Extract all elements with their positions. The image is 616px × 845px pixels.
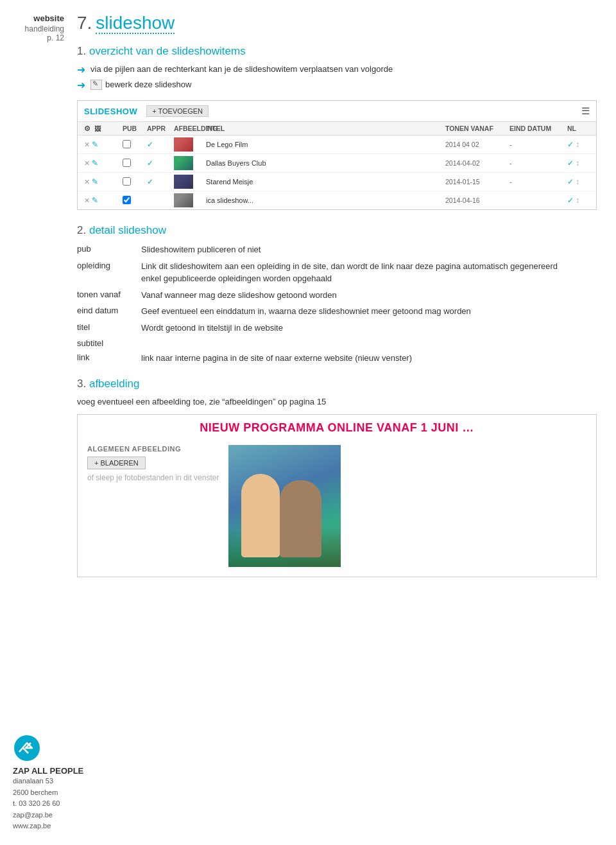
table-row: ✕ ✎ ✓ Starend Meisje 2014-01-15 - ✓ ↕: [78, 173, 596, 191]
arrow-icon-1: ➜: [77, 64, 85, 76]
nl-check-3: ✓: [567, 177, 574, 186]
row-nl-2: ✓ ↕: [567, 159, 590, 168]
detail-label-pub: pub: [77, 243, 141, 254]
appr-check-1: ✓: [147, 140, 153, 149]
upload-image-area: [228, 445, 341, 567]
section2-number: 2.: [77, 224, 86, 236]
person1-shape: [241, 474, 280, 557]
pub-checkbox-3[interactable]: [123, 177, 131, 186]
delete-icon-3[interactable]: ✕: [84, 178, 90, 186]
col-tonen: TONEN VANAF: [445, 125, 509, 132]
move-icon-2[interactable]: ↕: [576, 159, 579, 168]
detail-value-titel: Wordt getoond in titelstijl in de websit…: [141, 322, 597, 335]
nl-check-4: ✓: [567, 196, 574, 205]
edit-icon-1[interactable]: ✎: [92, 140, 98, 149]
afbeelding-note: voeg eventueel een afbeelding toe, zie “…: [77, 397, 597, 406]
add-button[interactable]: + TOEVOEGEN: [146, 105, 209, 117]
col-nl: NL: [567, 125, 590, 132]
move-icon-4[interactable]: ↕: [576, 196, 579, 205]
bladeren-button[interactable]: + BLADEREN: [87, 457, 146, 469]
row-tonen-2: 2014-04-02: [445, 159, 509, 167]
sidebar: website handleiding p. 12: [0, 0, 71, 794]
detail-label-subtitel: subtitel: [77, 338, 141, 348]
thumb-3: [174, 175, 193, 189]
pub-checkbox-1[interactable]: [123, 140, 131, 148]
row-nl-3: ✓ ↕: [567, 177, 590, 186]
footer: ZAP ALL PEOPLE dianalaan 53 2600 berchem…: [13, 734, 83, 832]
detail-row-eind: eind datum Geef eventueel een einddatum …: [77, 305, 597, 318]
table-row: ✕ ✎ ica slideshow... 2014-04-16 ✓ ↕: [78, 191, 596, 209]
hamburger-icon[interactable]: ☰: [581, 105, 590, 117]
edit-icon-2[interactable]: ✎: [92, 159, 98, 168]
section1-subtitle: 1. overzicht van de slideshowitems: [77, 45, 597, 58]
move-icon-1[interactable]: ↕: [576, 140, 579, 149]
row-pub-3: [123, 177, 147, 187]
edit-icon: [90, 80, 102, 90]
row-pub-2: [123, 159, 147, 168]
section3-heading: 3. afbeelding: [77, 378, 597, 390]
footer-company: ZAP ALL PEOPLE: [13, 766, 83, 776]
row-afb-4: [174, 193, 206, 207]
col-titel: TITEL: [206, 125, 445, 132]
sidebar-website: website: [13, 13, 64, 24]
detail-value-opleiding: Link dit slideshowitem aan een opleiding…: [141, 260, 597, 285]
bullet-list: ➜ via de pijlen aan de rechterkant kan j…: [77, 64, 597, 91]
thumb-4: [174, 193, 193, 207]
nl-check-2: ✓: [567, 159, 574, 168]
detail-label-link: link: [77, 352, 141, 362]
row-title-3: Starend Meisje: [206, 178, 445, 186]
footer-address1: dianalaan 53: [13, 777, 53, 785]
detail-label-titel: titel: [77, 322, 141, 332]
nl-check-1: ✓: [567, 140, 574, 149]
subsection-number: 1.: [77, 45, 86, 57]
delete-icon-2[interactable]: ✕: [84, 159, 90, 168]
detail-value-pub: Slideshowitem publiceren of niet: [141, 243, 597, 256]
subsection-title: overzicht van de slideshowitems: [89, 45, 246, 57]
appr-check-3: ✓: [147, 177, 153, 186]
table-header: SLIDESHOW + TOEVOEGEN ☰: [78, 101, 596, 122]
detail-row-pub: pub Slideshowitem publiceren of niet: [77, 243, 597, 256]
col-afb: AFBEELDING: [174, 125, 206, 132]
move-icon-3[interactable]: ↕: [576, 177, 579, 186]
col-pub: PUB: [123, 125, 147, 132]
row-appr-2: ✓: [147, 159, 174, 168]
sidebar-page: p. 12: [13, 33, 64, 42]
pub-checkbox-2[interactable]: [123, 159, 131, 167]
row-afb-2: [174, 156, 206, 170]
image-icon: 🖼: [94, 125, 101, 132]
detail-row-subtitel: subtitel: [77, 338, 597, 348]
row-tonen-3: 2014-01-15: [445, 178, 509, 186]
row-title-4: ica slideshow...: [206, 196, 445, 204]
row-tonen-4: 2014-04-16: [445, 196, 509, 204]
delete-icon-4[interactable]: ✕: [84, 196, 90, 205]
footer-website: www.zap.be: [13, 822, 51, 830]
upload-header: NIEUW PROGRAMMA ONLINE VANAF 1 JUNI …: [78, 415, 596, 439]
detail-row-link: link link naar interne pagina in de site…: [77, 352, 597, 365]
row-title-2: Dallas Buyers Club: [206, 159, 445, 167]
row-nl-1: ✓ ↕: [567, 140, 590, 149]
row-tonen-1: 2014 04 02: [445, 141, 509, 148]
row-title-1: De Lego Film: [206, 141, 445, 148]
delete-icon-1[interactable]: ✕: [84, 141, 90, 149]
row-appr-1: ✓: [147, 140, 174, 149]
pub-checkbox-4[interactable]: [123, 196, 131, 204]
slideshow-label: SLIDESHOW: [84, 107, 137, 116]
row-pub-4: [123, 196, 147, 205]
row-appr-3: ✓: [147, 177, 174, 186]
slideshow-table: SLIDESHOW + TOEVOEGEN ☰ ⚙ 🖼 PUB APPR AFB…: [77, 100, 597, 210]
col-actions: ⚙ 🖼: [84, 125, 123, 132]
col-appr: APPR: [147, 125, 174, 132]
edit-icon-4[interactable]: ✎: [92, 196, 98, 205]
sidebar-handleiding: handleiding: [13, 24, 64, 33]
upload-title: NIEUW PROGRAMMA ONLINE VANAF 1 JUNI …: [87, 421, 586, 435]
upload-body: ALGEMEEN AFBEELDING + BLADEREN of sleep …: [78, 439, 596, 577]
detail-label-eind: eind datum: [77, 305, 141, 315]
detail-row-opleiding: opleiding Link dit slideshowitem aan een…: [77, 260, 597, 285]
upload-box: NIEUW PROGRAMMA ONLINE VANAF 1 JUNI … AL…: [77, 414, 597, 577]
detail-value-link: link naar interne pagina in de site of n…: [141, 352, 597, 365]
arrow-icon-2: ➜: [77, 79, 85, 91]
section1-title: slideshow: [96, 13, 175, 34]
edit-icon-3[interactable]: ✎: [92, 177, 98, 186]
main-content: 7.slideshow 1. overzicht van de slidesho…: [71, 0, 616, 794]
row-eind-2: -: [509, 159, 567, 167]
